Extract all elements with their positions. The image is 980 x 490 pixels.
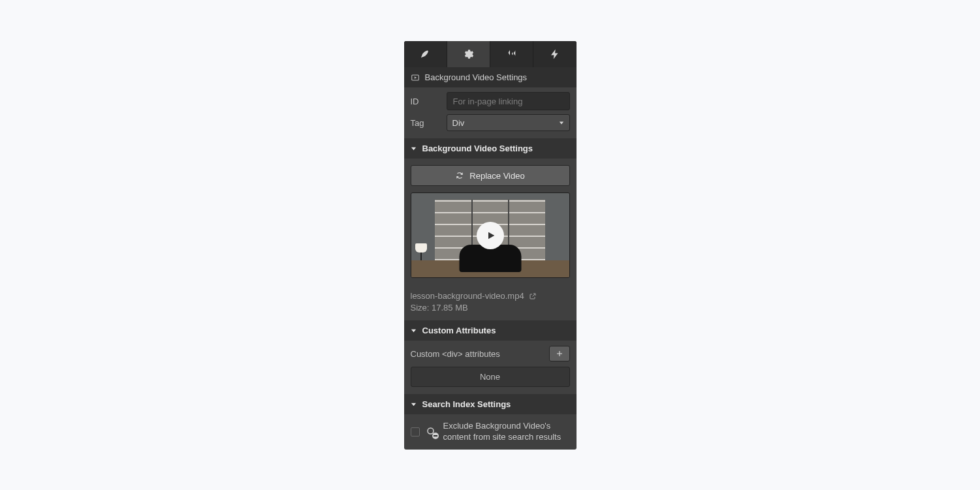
id-label: ID	[411, 97, 447, 106]
video-file-meta: lesson-background-video.mp4 Size: 17.85 …	[404, 284, 577, 320]
chevron-down-icon	[559, 120, 564, 125]
id-input[interactable]	[447, 92, 570, 110]
custom-attr-label: Custom <div> attributes	[411, 349, 500, 359]
caret-down-icon	[411, 328, 417, 333]
settings-panel: Background Video Settings ID Tag Div Bac…	[404, 41, 577, 450]
external-link-icon[interactable]	[529, 292, 537, 300]
tag-label: Tag	[411, 118, 447, 128]
svg-point-7	[428, 428, 434, 434]
element-type-header: Background Video Settings	[404, 67, 577, 87]
caret-down-icon	[411, 401, 417, 407]
plus-icon	[556, 350, 563, 358]
svg-marker-6	[411, 403, 415, 406]
exclude-search-checkbox[interactable]	[411, 427, 420, 436]
svg-marker-4	[488, 232, 494, 239]
section-title-search: Search Index Settings	[422, 399, 511, 409]
element-form: ID Tag Div	[404, 87, 577, 138]
tab-settings[interactable]	[447, 41, 490, 67]
refresh-icon	[455, 171, 464, 180]
svg-marker-2	[559, 121, 563, 124]
video-thumbnail[interactable]	[411, 192, 570, 278]
caret-down-icon	[411, 145, 417, 151]
video-filename: lesson-background-video.mp4	[411, 291, 524, 301]
search-exclude-icon	[426, 426, 437, 438]
search-index-row: Exclude Background Video's content from …	[404, 414, 577, 450]
tag-select[interactable]: Div	[447, 114, 570, 131]
play-icon	[477, 222, 504, 249]
replace-video-button[interactable]: Replace Video	[411, 165, 570, 186]
exclude-search-label: Exclude Background Video's content from …	[443, 421, 570, 443]
tab-effects[interactable]	[490, 41, 533, 67]
tag-select-value: Div	[452, 118, 465, 128]
custom-attr-row: Custom <div> attributes	[404, 341, 577, 367]
replace-video-label: Replace Video	[469, 171, 524, 181]
svg-marker-3	[411, 147, 415, 151]
tab-style[interactable]	[404, 41, 447, 67]
section-header-search[interactable]: Search Index Settings	[404, 394, 577, 414]
tab-bar	[404, 41, 577, 67]
add-attribute-button[interactable]	[549, 346, 570, 361]
element-type-label: Background Video Settings	[425, 72, 528, 82]
tab-interactions[interactable]	[533, 41, 576, 67]
svg-marker-1	[414, 76, 417, 79]
bgvideo-body: Replace Video	[404, 159, 577, 284]
section-title-bgvideo: Background Video Settings	[422, 144, 533, 153]
custom-attr-empty: None	[411, 367, 570, 387]
section-header-custom[interactable]: Custom Attributes	[404, 320, 577, 341]
svg-marker-5	[411, 329, 415, 333]
video-size: Size: 17.85 MB	[411, 303, 570, 313]
section-header-bgvideo[interactable]: Background Video Settings	[404, 138, 577, 159]
section-title-custom: Custom Attributes	[422, 326, 496, 335]
